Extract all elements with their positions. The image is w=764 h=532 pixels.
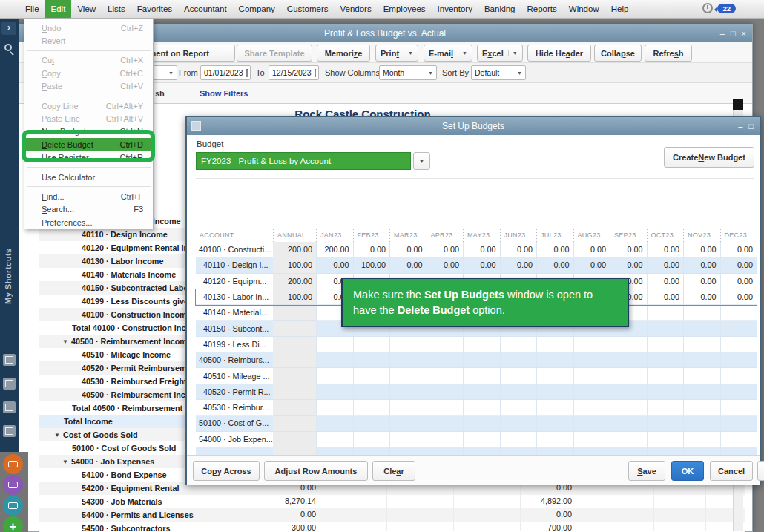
budget-month-cell[interactable] — [427, 384, 464, 400]
from-date-input[interactable]: 01/01/2023 — [200, 65, 251, 80]
budget-month-cell[interactable] — [610, 400, 647, 416]
budget-month-cell[interactable] — [683, 305, 720, 321]
column-header-feb23[interactable]: FEB23 — [353, 229, 390, 242]
budget-month-cell[interactable] — [536, 352, 573, 368]
budget-month-cell[interactable] — [683, 321, 720, 337]
budget-month-cell[interactable] — [427, 368, 464, 384]
column-header-apr23[interactable]: APR23 — [427, 229, 464, 242]
e-mail-button[interactable]: E-mail▼ — [424, 45, 472, 62]
clear-button[interactable]: Clear — [372, 461, 415, 481]
budget-annual-cell[interactable] — [273, 321, 316, 337]
budget-month-cell[interactable] — [720, 337, 757, 352]
budget-month-cell[interactable] — [573, 368, 610, 384]
budget-month-cell[interactable] — [316, 368, 353, 384]
show-columns-dropdown[interactable]: Month ▼ — [379, 65, 437, 80]
budget-annual-cell[interactable]: 100.00 — [273, 257, 316, 273]
maximize-icon[interactable]: □ — [731, 29, 736, 38]
budget-month-cell[interactable]: 0.00 — [389, 242, 427, 257]
budget-month-cell[interactable]: 0.00 — [647, 289, 684, 305]
report-row[interactable]: 54500 · Subcontractors300.00700.00 — [39, 522, 745, 532]
adjust-row-amounts-button[interactable]: Adjust Row Amounts — [264, 461, 368, 481]
edit-menu-revert[interactable]: Revert — [24, 34, 153, 47]
budget-month-cell[interactable] — [500, 352, 537, 368]
budget-annual-cell[interactable] — [273, 416, 316, 431]
budget-month-cell[interactable]: 0.00 — [573, 257, 610, 273]
column-header-account[interactable]: ACCOUNT — [196, 229, 273, 242]
minimize-icon[interactable]: – — [720, 29, 725, 38]
list-icon[interactable] — [3, 378, 16, 390]
budget-month-cell[interactable] — [573, 337, 610, 352]
budget-month-cell[interactable] — [573, 432, 610, 447]
dropdown-arrow-icon[interactable]: ▼ — [404, 50, 413, 56]
edit-menu-copy-line[interactable]: Copy LineCtrl+Alt+Y — [24, 99, 153, 112]
budget-month-cell[interactable] — [316, 384, 353, 400]
chart-icon[interactable] — [3, 401, 16, 413]
budget-month-cell[interactable]: 0.00 — [536, 257, 573, 273]
column-header-jan23[interactable]: JAN23 — [316, 229, 353, 242]
budget-account-cell[interactable]: 40199 · Less Di... — [196, 337, 273, 352]
budget-month-cell[interactable]: 0.00 — [427, 242, 464, 257]
menu-view[interactable]: View — [71, 0, 102, 18]
budget-annual-cell[interactable] — [273, 384, 316, 400]
column-header-dec23[interactable]: DEC23 — [720, 229, 757, 242]
column-header-jul23[interactable]: JUL23 — [536, 229, 573, 242]
budget-select-arrow[interactable]: ▼ — [413, 152, 430, 170]
menu-customers[interactable]: Customers — [281, 0, 335, 18]
budget-month-cell[interactable]: 100.00 — [353, 257, 390, 273]
budget-month-cell[interactable] — [720, 352, 757, 368]
column-header-may23[interactable]: MAY23 — [463, 229, 500, 242]
budget-row[interactable]: 40520 · Permit R... — [196, 384, 757, 400]
budget-month-cell[interactable] — [720, 416, 757, 431]
edit-menu-paste[interactable]: PasteCtrl+V — [24, 80, 153, 93]
budget-month-cell[interactable] — [500, 432, 537, 447]
budget-month-cell[interactable] — [463, 432, 500, 447]
budget-month-cell[interactable] — [536, 416, 573, 431]
save-button[interactable]: Save — [628, 461, 665, 481]
budget-month-cell[interactable]: 0.00 — [463, 242, 500, 257]
menu-lists[interactable]: Lists — [102, 0, 131, 18]
budget-account-cell[interactable]: 40150 · Subcont... — [196, 321, 273, 337]
budget-account-cell[interactable]: 40530 · Reimbur... — [196, 400, 273, 416]
column-header-mar23[interactable]: MAR23 — [389, 229, 427, 242]
budget-month-cell[interactable] — [353, 384, 390, 400]
budget-month-cell[interactable]: 200.00 — [316, 242, 353, 257]
expand-sidebar-icon[interactable]: › — [1, 22, 16, 35]
hide-header-button[interactable]: Hide Header — [527, 45, 591, 62]
budget-month-cell[interactable] — [389, 416, 427, 431]
memorize-button[interactable]: Memorize — [317, 45, 370, 62]
budget-month-cell[interactable] — [683, 416, 720, 431]
budget-month-cell[interactable] — [389, 352, 427, 368]
calendar-icon[interactable] — [246, 69, 248, 77]
budget-account-cell[interactable]: 40130 · Labor In... — [196, 289, 273, 305]
budget-month-cell[interactable] — [463, 352, 500, 368]
budget-month-cell[interactable] — [316, 352, 353, 368]
budget-month-cell[interactable] — [720, 368, 757, 384]
share-template-button[interactable]: Share Template — [237, 45, 312, 62]
card-icon[interactable] — [3, 475, 23, 495]
budget-month-cell[interactable] — [573, 416, 610, 431]
edit-menu-preferences[interactable]: Preferences... — [24, 216, 153, 229]
budget-month-cell[interactable] — [353, 368, 390, 384]
budget-month-cell[interactable] — [683, 384, 720, 400]
budget-month-cell[interactable]: 0.00 — [683, 257, 720, 273]
calendar-icon[interactable] — [315, 69, 316, 77]
budget-month-cell[interactable]: 0.00 — [316, 257, 353, 273]
budget-month-cell[interactable] — [647, 400, 684, 416]
excel-button[interactable]: Excel▼ — [477, 45, 523, 62]
budget-account-cell[interactable]: 40510 · Mileage ... — [196, 368, 273, 384]
budget-account-cell[interactable]: 40520 · Permit R... — [196, 384, 273, 400]
budget-account-cell[interactable]: 40140 · Material... — [196, 305, 273, 321]
budget-month-cell[interactable] — [500, 400, 537, 416]
collapse-arrow-icon[interactable]: ▼ — [54, 432, 60, 439]
edit-menu-find[interactable]: Find...Ctrl+F — [24, 190, 153, 203]
help-button[interactable]: Help — [757, 461, 764, 481]
budget-annual-cell[interactable] — [273, 400, 316, 416]
budget-account-cell[interactable]: 40110 · Design I... — [196, 257, 273, 273]
budget-month-cell[interactable]: 0.00 — [500, 242, 537, 257]
budget-month-cell[interactable]: 0.00 — [720, 242, 757, 257]
menu-accountant[interactable]: Accountant — [178, 0, 233, 18]
menu-window[interactable]: Window — [563, 0, 605, 18]
column-header-sep23[interactable]: SEP23 — [610, 229, 647, 242]
budget-month-cell[interactable] — [647, 337, 684, 352]
collapse-arrow-icon[interactable]: ▼ — [62, 338, 68, 345]
